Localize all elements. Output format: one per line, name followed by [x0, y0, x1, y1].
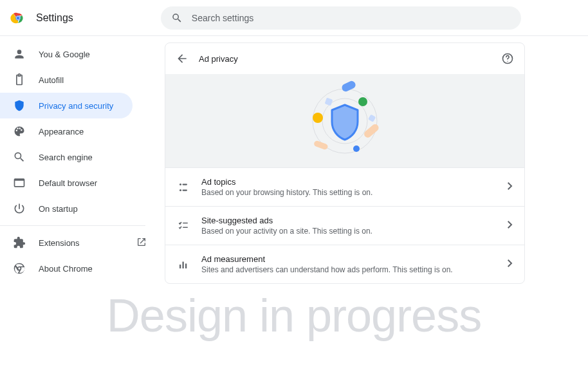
sidebar-separator — [0, 225, 145, 226]
sidebar-item-you-and-google[interactable]: You & Google — [0, 41, 133, 67]
sidebar-item-label: Default browser — [39, 178, 97, 188]
row-title: Ad measurement — [201, 254, 496, 264]
row-title: Ad topics — [201, 177, 496, 187]
sidebar-item-appearance[interactable]: Appearance — [0, 118, 133, 144]
svg-rect-23 — [183, 261, 184, 268]
svg-rect-24 — [185, 263, 187, 268]
svg-rect-20 — [183, 222, 188, 223]
svg-rect-8 — [340, 79, 356, 92]
sidebar-item-autofill[interactable]: Autofill — [0, 67, 133, 93]
chrome-outline-icon — [13, 262, 26, 275]
privacy-illustration — [165, 74, 524, 167]
search-icon — [171, 12, 183, 24]
sidebar-item-label: Autofill — [39, 75, 64, 85]
sidebar-item-label: Search engine — [39, 153, 93, 162]
sidebar-item-label: Appearance — [39, 127, 84, 136]
chevron-right-icon — [508, 182, 513, 192]
browser-icon — [13, 176, 26, 189]
row-ad-measurement[interactable]: Ad measurement Sites and advertisers can… — [165, 245, 524, 283]
chevron-right-icon — [508, 221, 513, 230]
sidebar-item-label: On startup — [39, 204, 78, 214]
svg-point-13 — [313, 113, 323, 123]
sidebar-item-default-browser[interactable]: Default browser — [0, 170, 133, 196]
svg-rect-18 — [183, 183, 188, 185]
help-button[interactable] — [501, 52, 514, 65]
svg-point-16 — [179, 183, 181, 185]
sidebar: You & Google Autofill Privacy and securi… — [0, 36, 158, 374]
palette-icon — [13, 125, 26, 138]
sidebar-item-label: Privacy and security — [39, 101, 113, 111]
svg-rect-22 — [179, 265, 181, 268]
sidebar-item-label: You & Google — [39, 50, 90, 59]
svg-rect-21 — [183, 227, 188, 228]
row-desc: Based on your activity on a site. This s… — [201, 227, 496, 236]
svg-rect-15 — [368, 114, 376, 122]
ad-privacy-panel: Ad privacy — [165, 42, 525, 284]
sidebar-item-privacy-and-security[interactable]: Privacy and security — [0, 93, 133, 118]
person-icon — [13, 48, 26, 61]
sidebar-item-on-startup[interactable]: On startup — [0, 196, 133, 221]
search-icon — [13, 151, 26, 164]
row-ad-topics[interactable]: Ad topics Based on your browsing history… — [165, 167, 524, 206]
search-input[interactable] — [192, 13, 511, 23]
svg-rect-14 — [325, 97, 333, 106]
app-title: Settings — [36, 12, 73, 24]
sidebar-item-label: About Chrome — [39, 264, 93, 274]
panel-header: Ad privacy — [165, 43, 524, 74]
shield-icon — [13, 99, 26, 112]
sidebar-item-extensions[interactable]: Extensions — [0, 230, 133, 256]
main-content: Ad privacy — [158, 36, 588, 374]
svg-point-11 — [353, 145, 360, 152]
header: Settings — [0, 0, 588, 36]
svg-rect-19 — [183, 189, 188, 191]
ad-topics-icon — [177, 182, 190, 193]
search-bar[interactable] — [161, 6, 521, 30]
sidebar-item-search-engine[interactable]: Search engine — [0, 144, 133, 170]
row-site-suggested-ads[interactable]: Site-suggested ads Based on your activit… — [165, 206, 524, 245]
sidebar-item-label: Extensions — [39, 238, 80, 248]
svg-rect-12 — [313, 140, 329, 150]
extension-icon — [13, 236, 26, 249]
open-in-new-icon — [136, 237, 147, 249]
row-desc: Based on your browsing history. This set… — [201, 188, 496, 197]
power-icon — [13, 202, 26, 215]
checklist-icon — [177, 220, 190, 232]
row-title: Site-suggested ads — [201, 216, 496, 225]
svg-point-17 — [179, 189, 181, 191]
sidebar-item-about-chrome[interactable]: About Chrome — [0, 256, 133, 281]
panel-title: Ad privacy — [199, 54, 238, 64]
chrome-logo-icon — [10, 10, 26, 26]
bar-chart-icon — [177, 259, 190, 270]
svg-point-5 — [507, 61, 508, 62]
back-button[interactable] — [176, 52, 188, 65]
row-desc: Sites and advertisers can understand how… — [201, 265, 496, 274]
clipboard-icon — [13, 73, 26, 86]
svg-point-3 — [17, 16, 20, 19]
svg-point-9 — [358, 97, 367, 106]
chevron-right-icon — [508, 259, 513, 269]
